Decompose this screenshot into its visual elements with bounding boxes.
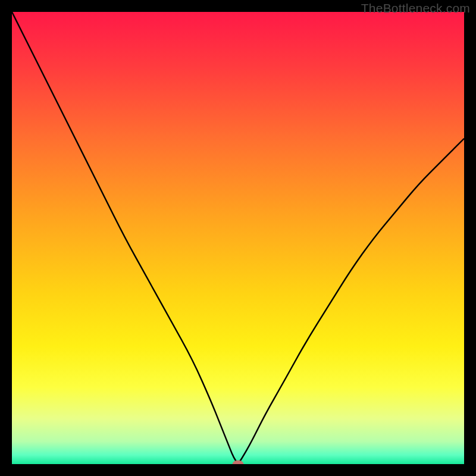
plot-area xyxy=(12,12,464,464)
chart-frame: TheBottleneck.com xyxy=(0,0,476,476)
watermark-label: TheBottleneck.com xyxy=(361,1,470,15)
plot-svg xyxy=(12,12,464,464)
gradient-background xyxy=(12,12,464,464)
